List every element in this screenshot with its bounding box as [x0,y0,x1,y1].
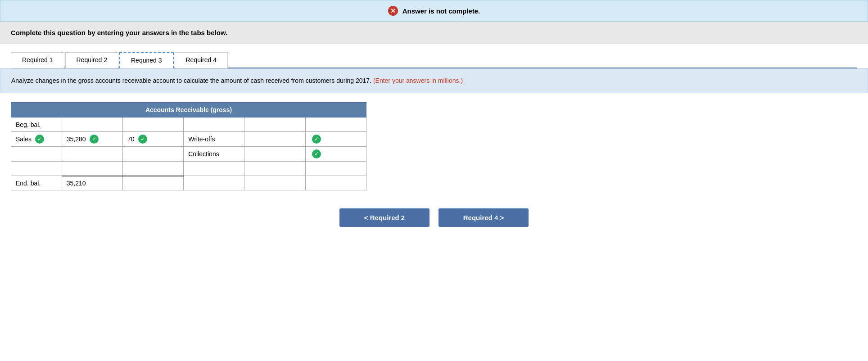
content-highlight-text: (Enter your answers in millions.) [373,77,463,84]
cell-write-offs-value[interactable] [244,132,305,147]
cell-empty-r4-3[interactable] [122,162,183,176]
page-wrapper: ✕ Answer is not complete. Complete this … [0,0,868,240]
cell-empty-r4-1 [11,162,62,176]
cell-empty-3[interactable] [122,147,183,162]
collections-check-icon: ✓ [312,149,321,158]
cell-beg-bal-right-value[interactable] [244,117,305,132]
content-area: Analyze changes in the gross accounts re… [0,68,868,93]
end-bal-text: End. bal. [16,180,41,187]
cell-collections-check: ✓ [305,147,366,162]
cell-beg-bal-label: Beg. bal. [11,117,62,132]
write-offs-check-icon: ✓ [312,135,321,144]
cell-beg-bal-right-label [184,117,244,132]
tab-required-4-label: Required 4 [186,56,217,63]
cell-end-bal-right-value[interactable] [244,176,305,190]
answer-banner: ✕ Answer is not complete. [0,0,868,22]
banner-text: Answer is not complete. [402,7,480,15]
end-bal-value-text: 35,210 [67,180,86,187]
table-section: Accounts Receivable (gross) Beg. bal. Sa… [0,93,868,199]
cell-sales-label-inner: Sales ✓ [16,135,57,144]
cell-write-offs-label: Write-offs [184,132,244,147]
cell-sales-label: Sales ✓ [11,132,62,147]
instruction-text: Complete this question by entering your … [11,29,227,36]
cell-end-bal-right-label [184,176,244,190]
cell-empty-r4-6 [305,162,366,176]
error-icon-symbol: ✕ [390,7,396,14]
sales-middle-check-icon: ✓ [138,135,147,144]
cell-beg-bal-empty[interactable] [122,117,183,132]
tab-required-1[interactable]: Required 1 [11,52,64,68]
cell-beg-bal-value[interactable] [62,117,122,132]
tabs-container: Required 1 Required 2 Required 3 Require… [0,44,868,68]
table-row: Sales ✓ 35,280 ✓ 70 ✓ [11,132,366,147]
sales-text: Sales [16,135,32,143]
cell-empty-2[interactable] [62,147,122,162]
table-row: Collections ✓ [11,147,366,162]
cell-sales-middle-inner: 70 ✓ [127,135,179,144]
write-offs-text: Write-offs [188,135,215,143]
cell-empty-r4-2[interactable] [62,162,122,176]
collections-text: Collections [188,150,219,158]
table-header-row: Accounts Receivable (gross) [11,103,366,117]
cell-empty-1 [11,147,62,162]
instruction-bar: Complete this question by entering your … [0,22,868,44]
cell-sales-middle[interactable]: 70 ✓ [122,132,183,147]
sales-value-check-icon: ✓ [90,135,99,144]
cell-collections-label: Collections [184,147,244,162]
next-button[interactable]: Required 4 > [439,208,529,227]
nav-buttons: < Required 2 Required 4 > [0,199,868,240]
cell-beg-bal-right-empty [305,117,366,132]
prev-button-label: < Required 2 [364,214,405,221]
tab-required-4[interactable]: Required 4 [175,52,228,68]
ar-table: Accounts Receivable (gross) Beg. bal. Sa… [11,102,366,190]
tab-required-1-label: Required 1 [22,56,53,63]
sales-value-text: 35,280 [67,135,86,143]
beg-bal-text: Beg. bal. [16,121,41,128]
sales-middle-text: 70 [127,135,135,143]
cell-empty-r4-4 [184,162,244,176]
cell-end-bal-label: End. bal. [11,176,62,190]
cell-sales-value-inner: 35,280 ✓ [67,135,118,144]
table-row: Beg. bal. [11,117,366,132]
prev-button[interactable]: < Required 2 [339,208,429,227]
content-main-text: Analyze changes in the gross accounts re… [11,77,371,84]
tab-required-2[interactable]: Required 2 [65,52,119,68]
tab-required-2-label: Required 2 [77,56,108,63]
cell-end-bal-empty[interactable] [122,176,183,190]
tabs-row: Required 1 Required 2 Required 3 Require… [11,52,857,68]
table-header-cell: Accounts Receivable (gross) [11,103,366,117]
cell-end-bal-right-empty [305,176,366,190]
tab-required-3-label: Required 3 [131,57,162,64]
cell-sales-value[interactable]: 35,280 ✓ [62,132,122,147]
table-row: End. bal. 35,210 [11,176,366,190]
tab-required-3[interactable]: Required 3 [119,52,174,68]
cell-write-offs-check: ✓ [305,132,366,147]
cell-end-bal-value[interactable]: 35,210 [62,176,122,190]
cell-empty-r4-5[interactable] [244,162,305,176]
cell-collections-value[interactable] [244,147,305,162]
table-row [11,162,366,176]
next-button-label: Required 4 > [463,214,504,221]
error-icon: ✕ [388,6,398,16]
sales-check-icon: ✓ [35,135,44,144]
